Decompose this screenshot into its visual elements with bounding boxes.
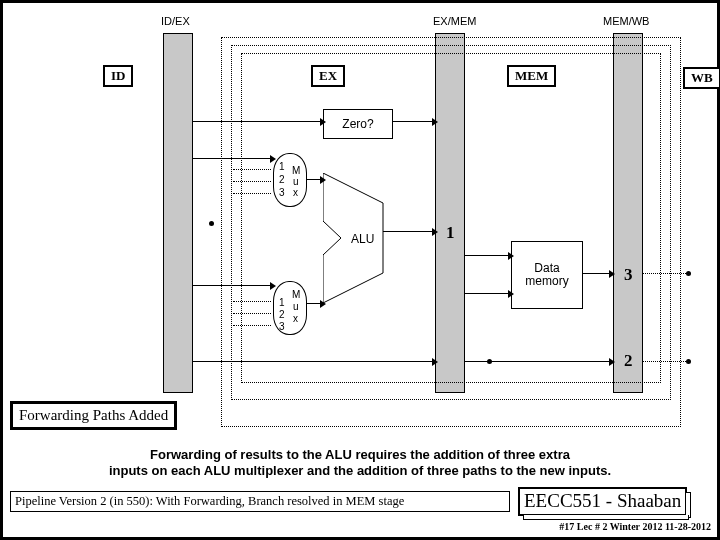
wire-exmem-dmem2 (465, 293, 509, 294)
mux-top-u: u (293, 177, 299, 187)
num-exmem-1: 1 (446, 223, 455, 243)
wire-dmem-memwb (583, 273, 610, 274)
dot-tap-left (209, 221, 214, 226)
mux-top: 1 2 3 M u x (273, 153, 307, 207)
mux-bot-2: 2 (279, 310, 285, 320)
data-memory-block: Data memory (511, 241, 583, 309)
stage-id: ID (103, 65, 133, 87)
reg-label-ex-mem: EX/MEM (433, 15, 476, 27)
body-line-2: inputs on each ALU multiplexer and the a… (3, 463, 717, 478)
dot-out2 (686, 359, 691, 364)
num-memwb-3: 3 (624, 265, 633, 285)
mux-bottom: M 1 u 2 x 3 (273, 281, 307, 335)
wire-idex-muxbot (193, 285, 271, 286)
slide-root: ID/EX EX/MEM MEM/WB ID EX MEM WB Zero? 1… (0, 0, 720, 540)
wire-alu-exmem (383, 231, 433, 232)
wire-idex-zero (193, 121, 321, 122)
reg-label-mem-wb: MEM/WB (603, 15, 649, 27)
forwarding-paths-label: Forwarding Paths Added (10, 401, 177, 430)
wire-zero-exmem (393, 121, 433, 122)
dot-out3 (686, 271, 691, 276)
dot-tap-pass (487, 359, 492, 364)
zero-block: Zero? (323, 109, 393, 139)
fb-top-2 (233, 181, 271, 182)
mux-bot-1: 1 (279, 298, 285, 308)
mux-bot-3: 3 (279, 322, 285, 332)
mux-top-m: M (292, 166, 300, 176)
fb-bot-3 (233, 325, 271, 326)
body-line-1: Forwarding of results to the ALU require… (3, 447, 717, 462)
num-memwb-2: 2 (624, 351, 633, 371)
course-box: EECC551 - Shaaban (518, 487, 687, 516)
mux-bot-u: u (293, 302, 299, 312)
footer-desc: Pipeline Version 2 (in 550): With Forwar… (10, 491, 510, 512)
stage-wb: WB (683, 67, 720, 89)
mux-top-2: 2 (279, 175, 285, 185)
wire-muxtop-alu (307, 179, 321, 180)
fb-bot-1 (233, 301, 271, 302)
reg-id-ex (163, 33, 193, 393)
footer-meta: #17 Lec # 2 Winter 2012 11-28-2012 (559, 521, 711, 532)
reg-label-id-ex: ID/EX (161, 15, 190, 27)
mux-top-1: 1 (279, 162, 285, 172)
mux-top-x: x (293, 188, 298, 198)
mux-bot-x: x (293, 314, 298, 324)
alu-shape: ALU (323, 173, 403, 303)
wire-idex-pass (193, 361, 433, 362)
wire-exmem-dmem1 (465, 255, 509, 256)
fb-top-3 (233, 193, 271, 194)
dotted-inner (241, 53, 661, 383)
wire-memwb-out2 (643, 361, 688, 362)
fb-bot-2 (233, 313, 271, 314)
mux-bot-m: M (292, 290, 300, 300)
dmem-l2: memory (525, 275, 568, 288)
wire-muxbot-alu (307, 303, 321, 304)
fb-top-1 (233, 169, 271, 170)
alu-label: ALU (351, 232, 374, 246)
mux-top-3: 3 (279, 188, 285, 198)
wire-memwb-out3 (643, 273, 688, 274)
wire-idex-muxtop (193, 158, 271, 159)
